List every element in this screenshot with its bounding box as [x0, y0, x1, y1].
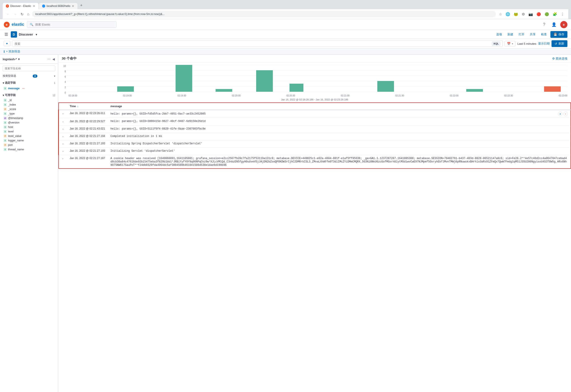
row-7-expand-button[interactable]: › [62, 157, 64, 161]
row-2-expand-cell: › [59, 118, 67, 125]
share-button[interactable]: 共享 [528, 31, 537, 38]
save-button[interactable]: 💾 保存 [550, 31, 567, 38]
sidebar-collapse-button[interactable]: ◀ [52, 57, 55, 61]
table-row: › Jan 16, 2022 @ 02:23:26.011 hello: par… [59, 110, 571, 118]
extension-2-button[interactable]: 🔴 [535, 11, 542, 17]
user-avatar[interactable]: e [560, 21, 567, 28]
time-filter[interactable]: 📅 ▾ [504, 41, 515, 46]
row-5-message-value: Initializing Spring DispatcherServlet 'd… [110, 142, 202, 145]
field-name-message: message [8, 87, 19, 90]
row-7-expand-cell: › [59, 155, 67, 168]
field-host[interactable]: t host [3, 125, 55, 129]
tab-1-close[interactable]: ✕ [33, 4, 35, 8]
row-6-expand-button[interactable]: › [62, 149, 64, 153]
refresh-label: 刷新 [558, 42, 564, 46]
time-col-header[interactable]: Time ↓ [67, 103, 108, 110]
field-id[interactable]: t _id [3, 98, 55, 102]
app-search-input[interactable] [35, 23, 114, 26]
chart-options-button[interactable]: ⚙ 图表选项 [552, 56, 567, 61]
row-5-expand-button[interactable]: › [62, 142, 64, 146]
results-header: 30 个命中 ⚙ 图表选项 [58, 55, 571, 63]
open-button[interactable]: 打开 [517, 31, 526, 38]
search-input-area[interactable]: KQL [12, 41, 503, 47]
field-version[interactable]: t @version [3, 120, 55, 125]
row-1-message: hello: params={}, UUID=fd5d5fca-2bb7-485… [108, 110, 571, 118]
help-button[interactable]: ? [541, 21, 548, 28]
row-6-time-value: Jan 16, 2022 @ 02:21:27.193 [70, 149, 105, 152]
bookmark-button[interactable]: ☆ [498, 11, 503, 17]
field-thread-name[interactable]: t thread_name [3, 147, 55, 152]
field-logger-name[interactable]: t logger_name [3, 138, 55, 143]
selected-fields-count: 1 [54, 82, 55, 84]
field-t-icon: t [4, 126, 7, 129]
discover-dropdown-button[interactable]: ▾ [35, 32, 38, 37]
chevron-down-icon: ▾ [3, 82, 4, 84]
camera-button[interactable]: 📷 [527, 11, 534, 17]
field-name-logger-name: logger_name [8, 139, 24, 142]
row-1-expand-button[interactable]: › [62, 112, 64, 116]
field-index[interactable]: t _index [3, 102, 55, 107]
selected-fields-header[interactable]: ▾ 选定字段 1 [3, 81, 55, 85]
chrome-menu-button[interactable]: ⋮ [559, 11, 566, 17]
sidebar-menu-button[interactable]: ⋯ [47, 57, 51, 61]
row-4-time-value: Jan 16, 2022 @ 02:21:27.194 [70, 134, 105, 138]
tab-1-label: Discover - Elastic [10, 4, 31, 8]
x-label-9: 02:23:00 [559, 94, 567, 97]
frog-button[interactable]: 🐸 [512, 11, 519, 17]
browser-tab-2[interactable]: 🌐 localhost:8080/hello ✕ [39, 3, 77, 9]
field-level-value[interactable]: # level_value [3, 134, 55, 138]
field-port[interactable]: # port [3, 143, 55, 147]
url-bar[interactable]: localhost:5601/app/discover#/?_g=(filter… [32, 11, 496, 17]
y-label-0: 0 [64, 92, 66, 94]
row-4-expand-button[interactable]: › [62, 134, 64, 139]
hamburger-button[interactable]: ☰ [4, 31, 9, 38]
field-name-index: _index [8, 103, 16, 106]
refresh-button[interactable]: ↺ 刷新 [552, 40, 567, 47]
available-fields-header[interactable]: ▾ 可用字段 12 [3, 93, 55, 97]
tab-2-close[interactable]: ✕ [72, 4, 74, 8]
home-button[interactable]: ⌂ [26, 11, 30, 17]
options-button[interactable]: 选项 [494, 31, 504, 38]
show-dates-button[interactable]: 显示日期 [538, 42, 550, 46]
puzzle-button[interactable]: 🧩 [551, 11, 558, 17]
translate-button[interactable]: 🌐 [504, 11, 512, 17]
field-name-timestamp: @timestamp [8, 117, 23, 120]
extension-1-button[interactable]: ⚙ [520, 11, 526, 17]
forward-button[interactable]: → [13, 11, 18, 17]
field-search-input[interactable] [3, 66, 55, 71]
reload-button[interactable]: ↻ [20, 11, 24, 17]
row-1-add-button[interactable]: + [558, 112, 562, 116]
field-type[interactable]: t _type [3, 112, 55, 116]
app-logo: e elastic [4, 21, 24, 28]
svg-text:e: e [6, 23, 8, 26]
inspect-button[interactable]: 检查 [539, 31, 549, 38]
app-search-bar[interactable]: 🔍 [27, 21, 117, 28]
bar-5 [290, 84, 303, 92]
browser-tabs: ✦ Discover - Elastic ✕ 🌐 localhost:8080/… [3, 2, 568, 9]
info-icon: ℹ [4, 50, 5, 53]
index-selector[interactable]: logstash-* ▾ [3, 57, 47, 61]
row-2-expand-button[interactable]: › [62, 120, 64, 124]
row-2-time-value: Jan 16, 2022 @ 02:22:29.527 [70, 120, 105, 123]
user-settings-button[interactable]: 👤 [550, 21, 557, 28]
field-timestamp[interactable]: @ @timestamp [3, 116, 55, 120]
calendar-icon: 📅 [507, 42, 511, 45]
row-1-remove-button[interactable]: - [563, 112, 568, 116]
filter-type-label: 按类型筛选 [3, 74, 16, 78]
new-tab-button[interactable]: + [78, 2, 85, 9]
field-name-level-value: level_value [8, 134, 21, 138]
row-3-expand-button[interactable]: › [62, 127, 64, 131]
back-button[interactable]: ← [5, 11, 11, 17]
sidebar-search [0, 64, 58, 73]
browser-tab-1[interactable]: ✦ Discover - Elastic ✕ [3, 3, 39, 9]
field-level[interactable]: t level [3, 129, 55, 134]
index-dropdown-button[interactable]: ▼ [4, 41, 10, 46]
dropdown-chevron: ▾ [512, 42, 513, 45]
new-button[interactable]: 新建 [506, 31, 515, 38]
selected-field-message[interactable]: t message ← [3, 86, 55, 91]
bar-1 [117, 86, 134, 92]
field-score[interactable]: # _score [3, 107, 55, 112]
add-filter-button[interactable]: + 添加筛选 [6, 49, 20, 54]
extension-3-button[interactable]: 🟢 [543, 11, 550, 17]
search-input[interactable] [15, 42, 490, 45]
